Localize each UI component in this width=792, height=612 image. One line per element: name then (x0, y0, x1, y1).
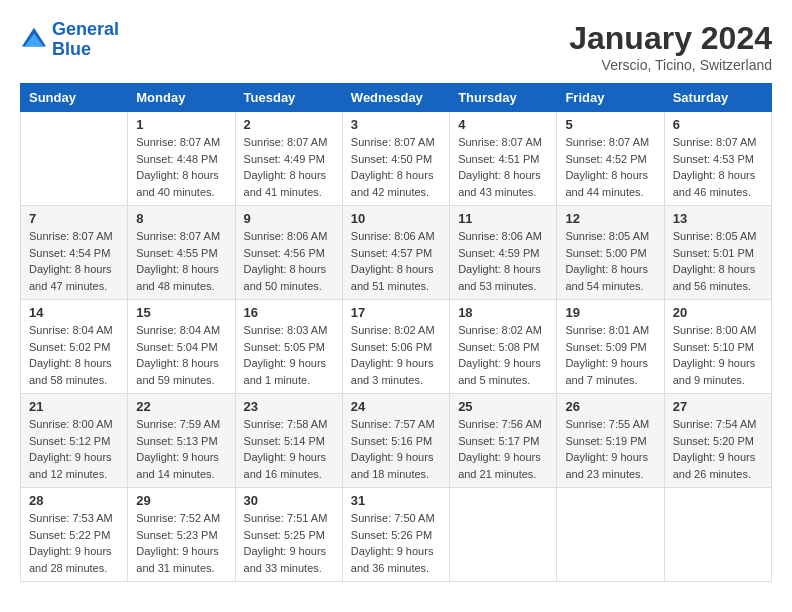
day-info: Sunrise: 7:53 AMSunset: 5:22 PMDaylight:… (29, 510, 119, 576)
day-info: Sunrise: 8:06 AMSunset: 4:57 PMDaylight:… (351, 228, 441, 294)
weekday-header: Tuesday (235, 84, 342, 112)
day-number: 11 (458, 211, 548, 226)
day-number: 16 (244, 305, 334, 320)
calendar-cell: 19Sunrise: 8:01 AMSunset: 5:09 PMDayligh… (557, 300, 664, 394)
calendar-cell: 30Sunrise: 7:51 AMSunset: 5:25 PMDayligh… (235, 488, 342, 582)
logo-text: General Blue (52, 20, 119, 60)
calendar-cell (557, 488, 664, 582)
day-info: Sunrise: 8:07 AMSunset: 4:49 PMDaylight:… (244, 134, 334, 200)
calendar-cell: 15Sunrise: 8:04 AMSunset: 5:04 PMDayligh… (128, 300, 235, 394)
day-info: Sunrise: 8:07 AMSunset: 4:52 PMDaylight:… (565, 134, 655, 200)
calendar-cell: 8Sunrise: 8:07 AMSunset: 4:55 PMDaylight… (128, 206, 235, 300)
calendar-cell: 29Sunrise: 7:52 AMSunset: 5:23 PMDayligh… (128, 488, 235, 582)
day-info: Sunrise: 8:02 AMSunset: 5:08 PMDaylight:… (458, 322, 548, 388)
calendar-cell: 13Sunrise: 8:05 AMSunset: 5:01 PMDayligh… (664, 206, 771, 300)
day-number: 3 (351, 117, 441, 132)
calendar-cell: 17Sunrise: 8:02 AMSunset: 5:06 PMDayligh… (342, 300, 449, 394)
day-info: Sunrise: 8:03 AMSunset: 5:05 PMDaylight:… (244, 322, 334, 388)
day-info: Sunrise: 8:06 AMSunset: 4:56 PMDaylight:… (244, 228, 334, 294)
day-info: Sunrise: 8:06 AMSunset: 4:59 PMDaylight:… (458, 228, 548, 294)
calendar-cell (664, 488, 771, 582)
day-info: Sunrise: 8:00 AMSunset: 5:10 PMDaylight:… (673, 322, 763, 388)
calendar-cell: 28Sunrise: 7:53 AMSunset: 5:22 PMDayligh… (21, 488, 128, 582)
logo: General Blue (20, 20, 119, 60)
calendar-week-row: 28Sunrise: 7:53 AMSunset: 5:22 PMDayligh… (21, 488, 772, 582)
day-info: Sunrise: 7:50 AMSunset: 5:26 PMDaylight:… (351, 510, 441, 576)
month-title: January 2024 (569, 20, 772, 57)
day-number: 13 (673, 211, 763, 226)
calendar-cell: 20Sunrise: 8:00 AMSunset: 5:10 PMDayligh… (664, 300, 771, 394)
day-info: Sunrise: 8:07 AMSunset: 4:54 PMDaylight:… (29, 228, 119, 294)
calendar-cell: 2Sunrise: 8:07 AMSunset: 4:49 PMDaylight… (235, 112, 342, 206)
calendar-week-row: 7Sunrise: 8:07 AMSunset: 4:54 PMDaylight… (21, 206, 772, 300)
calendar-cell: 24Sunrise: 7:57 AMSunset: 5:16 PMDayligh… (342, 394, 449, 488)
calendar-cell: 3Sunrise: 8:07 AMSunset: 4:50 PMDaylight… (342, 112, 449, 206)
day-info: Sunrise: 7:57 AMSunset: 5:16 PMDaylight:… (351, 416, 441, 482)
day-info: Sunrise: 7:58 AMSunset: 5:14 PMDaylight:… (244, 416, 334, 482)
day-number: 23 (244, 399, 334, 414)
calendar-header-row: SundayMondayTuesdayWednesdayThursdayFrid… (21, 84, 772, 112)
day-info: Sunrise: 8:01 AMSunset: 5:09 PMDaylight:… (565, 322, 655, 388)
calendar-cell: 26Sunrise: 7:55 AMSunset: 5:19 PMDayligh… (557, 394, 664, 488)
day-info: Sunrise: 7:54 AMSunset: 5:20 PMDaylight:… (673, 416, 763, 482)
day-number: 20 (673, 305, 763, 320)
calendar-cell: 7Sunrise: 8:07 AMSunset: 4:54 PMDaylight… (21, 206, 128, 300)
day-info: Sunrise: 7:55 AMSunset: 5:19 PMDaylight:… (565, 416, 655, 482)
day-number: 19 (565, 305, 655, 320)
location: Verscio, Ticino, Switzerland (569, 57, 772, 73)
day-number: 22 (136, 399, 226, 414)
page-header: General Blue January 2024 Verscio, Ticin… (20, 20, 772, 73)
calendar-cell: 22Sunrise: 7:59 AMSunset: 5:13 PMDayligh… (128, 394, 235, 488)
calendar-week-row: 21Sunrise: 8:00 AMSunset: 5:12 PMDayligh… (21, 394, 772, 488)
day-number: 25 (458, 399, 548, 414)
calendar-cell: 27Sunrise: 7:54 AMSunset: 5:20 PMDayligh… (664, 394, 771, 488)
weekday-header: Saturday (664, 84, 771, 112)
title-block: January 2024 Verscio, Ticino, Switzerlan… (569, 20, 772, 73)
day-number: 31 (351, 493, 441, 508)
day-info: Sunrise: 7:51 AMSunset: 5:25 PMDaylight:… (244, 510, 334, 576)
day-number: 30 (244, 493, 334, 508)
calendar-cell: 6Sunrise: 8:07 AMSunset: 4:53 PMDaylight… (664, 112, 771, 206)
day-number: 15 (136, 305, 226, 320)
day-number: 6 (673, 117, 763, 132)
calendar-cell: 31Sunrise: 7:50 AMSunset: 5:26 PMDayligh… (342, 488, 449, 582)
day-info: Sunrise: 8:04 AMSunset: 5:02 PMDaylight:… (29, 322, 119, 388)
calendar-cell: 23Sunrise: 7:58 AMSunset: 5:14 PMDayligh… (235, 394, 342, 488)
day-number: 1 (136, 117, 226, 132)
calendar-cell: 16Sunrise: 8:03 AMSunset: 5:05 PMDayligh… (235, 300, 342, 394)
day-number: 17 (351, 305, 441, 320)
day-number: 14 (29, 305, 119, 320)
day-info: Sunrise: 8:07 AMSunset: 4:48 PMDaylight:… (136, 134, 226, 200)
day-info: Sunrise: 8:04 AMSunset: 5:04 PMDaylight:… (136, 322, 226, 388)
calendar-cell: 21Sunrise: 8:00 AMSunset: 5:12 PMDayligh… (21, 394, 128, 488)
day-info: Sunrise: 8:07 AMSunset: 4:51 PMDaylight:… (458, 134, 548, 200)
day-info: Sunrise: 8:05 AMSunset: 5:01 PMDaylight:… (673, 228, 763, 294)
weekday-header: Sunday (21, 84, 128, 112)
day-info: Sunrise: 8:05 AMSunset: 5:00 PMDaylight:… (565, 228, 655, 294)
day-number: 24 (351, 399, 441, 414)
calendar-cell (450, 488, 557, 582)
day-number: 2 (244, 117, 334, 132)
day-number: 7 (29, 211, 119, 226)
day-number: 29 (136, 493, 226, 508)
day-info: Sunrise: 7:56 AMSunset: 5:17 PMDaylight:… (458, 416, 548, 482)
day-number: 21 (29, 399, 119, 414)
calendar-cell: 18Sunrise: 8:02 AMSunset: 5:08 PMDayligh… (450, 300, 557, 394)
weekday-header: Friday (557, 84, 664, 112)
weekday-header: Wednesday (342, 84, 449, 112)
day-number: 5 (565, 117, 655, 132)
day-number: 8 (136, 211, 226, 226)
calendar-week-row: 1Sunrise: 8:07 AMSunset: 4:48 PMDaylight… (21, 112, 772, 206)
day-number: 10 (351, 211, 441, 226)
day-info: Sunrise: 7:59 AMSunset: 5:13 PMDaylight:… (136, 416, 226, 482)
day-info: Sunrise: 8:07 AMSunset: 4:55 PMDaylight:… (136, 228, 226, 294)
day-number: 18 (458, 305, 548, 320)
calendar-cell: 11Sunrise: 8:06 AMSunset: 4:59 PMDayligh… (450, 206, 557, 300)
day-info: Sunrise: 8:07 AMSunset: 4:50 PMDaylight:… (351, 134, 441, 200)
day-number: 28 (29, 493, 119, 508)
weekday-header: Monday (128, 84, 235, 112)
calendar-cell: 14Sunrise: 8:04 AMSunset: 5:02 PMDayligh… (21, 300, 128, 394)
day-number: 12 (565, 211, 655, 226)
day-number: 9 (244, 211, 334, 226)
day-info: Sunrise: 8:00 AMSunset: 5:12 PMDaylight:… (29, 416, 119, 482)
